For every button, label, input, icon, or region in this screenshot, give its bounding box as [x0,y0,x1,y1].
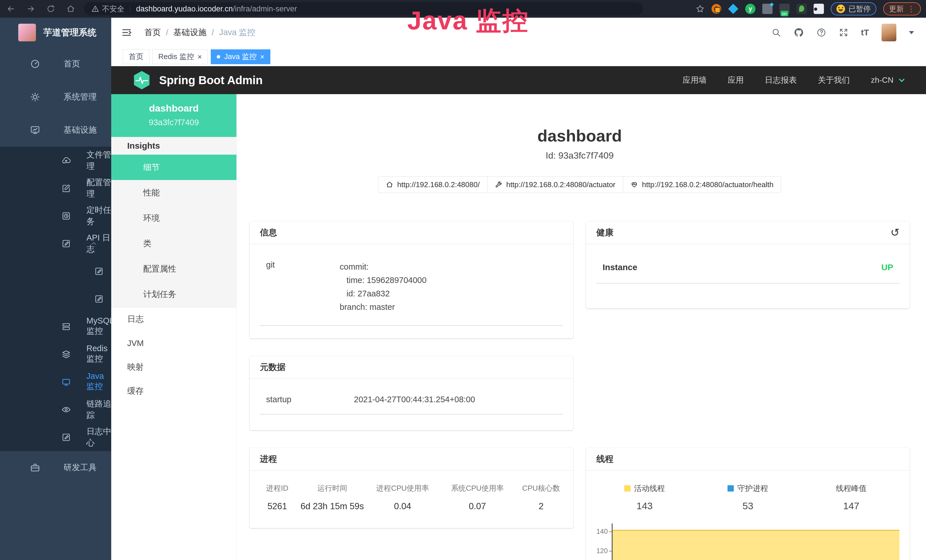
tab-redis-monitor[interactable]: Redis 监控 × [152,49,208,64]
app-logo [18,24,36,41]
browser-menu-icon[interactable]: ⋮ [907,4,915,14]
breadcrumb-infra[interactable]: 基础设施 [173,27,206,38]
actuator-url-button[interactable]: http://192.168.0.2:48080/actuator [487,176,623,193]
close-icon[interactable]: × [198,53,202,61]
sba-brand-title[interactable]: Spring Boot Admin [159,74,263,87]
cloud-upload-icon [61,156,71,165]
update-label: 更新 [889,4,904,14]
cards-grid: 信息 git commit: time: 1596289704000 id: 2… [250,221,910,560]
log-icon [61,239,71,248]
insight-item-environment[interactable]: 环境 [111,206,236,231]
sidebar-item-mysql[interactable]: MySQL 监控 [0,313,111,341]
sidebar-item-infra[interactable]: 基础设施 [0,114,111,147]
extension-icon[interactable] [745,4,755,14]
sidebar-item-config[interactable]: 配置管理 [0,174,111,202]
browser-update-button[interactable]: 更新 ⋮ [883,2,921,15]
font-size-icon[interactable] [861,28,869,37]
insight-item-scheduled-tasks[interactable]: 计划任务 [111,282,236,307]
url-host: dashboard.yudao.iocoder.cn [136,5,233,14]
sba-nav-wallboard[interactable]: 应用墙 [683,75,707,86]
history-icon[interactable]: ↺ [890,226,899,239]
sidebar-item-home[interactable]: 首页 [0,47,111,80]
app-logo-row: 芋道管理系统 [0,18,111,47]
info-card: 信息 git commit: time: 1596289704000 id: 2… [250,221,573,338]
sidebar-submenu-infra: 文件管理 配置管理 定时任务 API 日志 访问日志 错误日志 [0,147,111,451]
sidebar-item-java-monitor[interactable]: Java 监控 [0,368,111,396]
chart-plot-area [612,524,903,560]
nav-item-mappings[interactable]: 映射 [111,355,236,379]
sidebar-item-access-log[interactable]: 访问日志 [0,257,111,285]
breadcrumb-current: Java 监控 [219,27,255,38]
sidebar-item-files[interactable]: 文件管理 [0,147,111,174]
insight-item-classes[interactable]: 类 [111,231,236,256]
metadata-card: 元数据 startup 2021-04-27T00:44:31.254+08:0… [250,356,573,430]
close-icon[interactable]: × [260,53,264,61]
github-icon[interactable] [794,27,804,38]
sba-nav-journal[interactable]: 日志报表 [765,75,797,86]
nav-item-jvm[interactable]: JVM [111,331,236,355]
app-title: 芋道管理系统 [43,27,96,38]
card-title: 进程 [260,453,277,465]
chevron-up-icon [90,126,98,134]
hamburger-icon[interactable] [121,27,132,38]
extensions-puzzle-icon[interactable] [814,4,824,14]
metadata-key: startup [260,395,354,404]
sidebar-item-jobs[interactable]: 定时任务 [0,202,111,230]
nav-item-caches[interactable]: 缓存 [111,379,236,403]
home-icon [386,181,393,188]
sidebar-item-system[interactable]: 系统管理 [0,80,111,114]
heart-pulse-icon [631,181,638,188]
browser-home-icon[interactable] [66,4,75,14]
annotation-text: Java 监控 [407,3,529,38]
schedule-icon [61,211,71,221]
legend-swatch-live [624,485,631,492]
chevron-up-icon [90,240,98,247]
insight-item-details[interactable]: 细节 [111,154,236,180]
live-threads-area-series [613,530,899,560]
paused-label: 已暂停 [849,4,871,14]
avatar[interactable] [882,24,896,41]
info-key: git [260,260,340,314]
bookmark-star-icon[interactable] [696,4,705,14]
avatar-caret-icon[interactable] [909,31,914,34]
sidebar-item-tracing[interactable]: 链路追踪 [0,396,111,423]
log-icon [94,294,104,304]
extension-icon[interactable] [796,4,807,14]
layers-icon [61,350,71,359]
sidebar-item-redis[interactable]: Redis 监控 [0,341,111,368]
sidebar-item-log-center[interactable]: 日志中心 [0,423,111,451]
tab-home[interactable]: 首页 [123,49,150,64]
sidebar-item-dev-tools[interactable]: 研发工具 [0,451,111,484]
breadcrumb-home[interactable]: 首页 [144,27,161,38]
browser-forward-icon[interactable] [26,4,35,14]
sidebar-item-api-log[interactable]: API 日志 [0,230,111,257]
extension-icon[interactable] [711,4,721,14]
nav-item-logs[interactable]: 日志 [111,307,236,331]
browser-reload-icon[interactable] [46,4,55,14]
sba-language-select[interactable]: zh-CN [871,76,906,85]
insight-item-config-props[interactable]: 配置属性 [111,256,236,282]
sba-nav-applications[interactable]: 应用 [728,75,744,86]
sba-nav-about[interactable]: 关于我们 [818,75,850,86]
address-bar[interactable]: 不安全 dashboard.yudao.iocoder.cn/infra/adm… [84,2,643,15]
health-url-button[interactable]: http://192.168.0.2:48080/actuator/health [623,176,781,193]
instance-header[interactable]: dashboard 93a3fc7f7409 [111,94,236,137]
instance-sidebar: dashboard 93a3fc7f7409 Insights 细节 性能 环境… [111,94,237,560]
browser-back-icon[interactable] [6,4,15,14]
extension-icon[interactable] [779,4,790,14]
insight-item-metrics[interactable]: 性能 [111,180,236,206]
fullscreen-icon[interactable] [839,28,849,37]
extension-icon[interactable] [762,4,773,14]
log-icon [94,266,104,276]
help-icon[interactable] [817,28,826,37]
instance-id: 93a3fc7f7409 [111,118,236,127]
admin-sidebar: 芋道管理系统 首页 系统管理 基础设施 文件管理 配置管理 [0,18,111,560]
service-url-button[interactable]: http://192.168.0.2:48080/ [378,176,487,193]
search-icon[interactable] [772,28,781,37]
tv-icon [61,377,71,387]
sidebar-item-error-log[interactable]: 错误日志 [0,285,111,313]
profile-paused-chip[interactable]: 已暂停 [831,2,876,15]
dashboard-icon [30,59,40,69]
tab-java-monitor[interactable]: Java 监控 × [211,49,270,64]
extension-icon[interactable] [728,4,738,14]
